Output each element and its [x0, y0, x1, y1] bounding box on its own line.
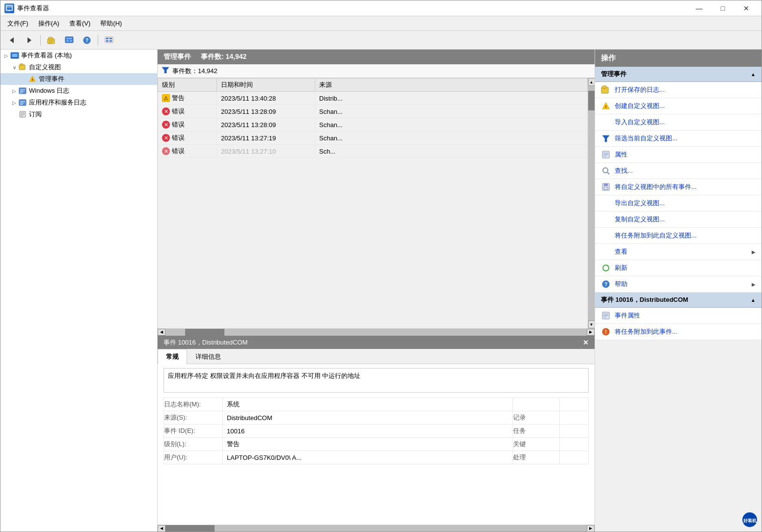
menu-bar: 文件(F) 操作(A) 查看(V) 帮助(H) — [0, 16, 762, 31]
action-event-properties[interactable]: 事件属性 — [595, 308, 762, 324]
scroll-down-btn[interactable]: ▼ — [588, 320, 595, 328]
view-button[interactable] — [101, 33, 117, 48]
source-cell: Sch... — [315, 145, 588, 158]
hscroll-right-btn[interactable]: ▶ — [587, 329, 595, 336]
action-export-view[interactable]: 导出自定义视图... — [595, 195, 762, 212]
detail-hscroll-left[interactable]: ◀ — [158, 525, 165, 532]
forward-button[interactable] — [21, 33, 38, 48]
properties-icon — [601, 150, 611, 160]
table-row[interactable]: ✕ 错误 2023/5/11 13:27:19 Schan... — [158, 132, 588, 145]
tree-windows-log[interactable]: ▷ Windows 日志 — [0, 85, 157, 97]
action-save-all[interactable]: 将自定义视图中的所有事件... — [595, 179, 762, 195]
scroll-up-btn[interactable]: ▲ — [588, 78, 595, 86]
svg-rect-15 — [105, 37, 113, 43]
help-submenu-arrow: ▶ — [752, 282, 756, 287]
scroll-thumb[interactable] — [588, 91, 595, 110]
back-button[interactable] — [3, 33, 20, 48]
table-row[interactable]: ⚠ 警告 2023/5/11 13:40:28 Distrib... — [158, 92, 588, 105]
col-datetime[interactable]: 日期和时间 — [217, 79, 315, 92]
svg-rect-12 — [70, 40, 72, 42]
action-filter-view[interactable]: 筛选当前自定义视图... — [595, 131, 762, 147]
error-icon: ✕ — [162, 147, 170, 155]
field-value-logname: 系统 — [223, 398, 513, 411]
svg-rect-41 — [602, 86, 606, 88]
tab-details[interactable]: 详细信息 — [187, 349, 229, 364]
windows-log-expand[interactable]: ▷ — [10, 87, 18, 95]
action-attach-event-task[interactable]: ! 将任务附加到此事件... — [595, 324, 762, 340]
table-row[interactable]: ✕ 错误 2023/5/11 13:27:10 Sch... — [158, 145, 588, 158]
tree-manage-events[interactable]: ! 管理事件 — [0, 73, 157, 85]
root-label: 事件查看器 (本地) — [21, 51, 72, 60]
action-properties-label: 属性 — [615, 150, 627, 159]
col-source[interactable]: 来源 — [315, 79, 588, 92]
detail-close-button[interactable]: ✕ — [583, 339, 589, 346]
filter-bar: 事件数：14,942 — [158, 64, 595, 78]
tree-subscriptions[interactable]: 订阅 — [0, 108, 157, 120]
actions-section-event[interactable]: 事件 10016，DistributedCOM ▲ — [595, 293, 762, 308]
detail-hscroll-right[interactable]: ▶ — [587, 525, 595, 532]
hscroll-track[interactable] — [165, 329, 587, 336]
detail-hscroll-thumb[interactable] — [165, 525, 215, 532]
help-button[interactable]: ? — [79, 33, 95, 48]
tree-custom-views[interactable]: ∨ 自定义视图 — [0, 61, 157, 73]
view-submenu-arrow: ▶ — [752, 249, 756, 255]
action-view[interactable]: 查看 ▶ — [595, 244, 762, 260]
actions-section-manage-label: 管理事件 — [601, 70, 626, 79]
custom-views-expand[interactable]: ∨ — [10, 63, 18, 71]
menu-view[interactable]: 查看(V) — [64, 17, 95, 30]
table-row[interactable]: ✕ 错误 2023/5/11 13:28:09 Schan... — [158, 118, 588, 132]
field-value-task — [559, 425, 588, 438]
svg-text:!: ! — [32, 78, 33, 82]
svg-text:?: ? — [604, 282, 607, 287]
action-import-view[interactable]: 导入自定义视图... — [595, 114, 762, 131]
level-cell: ✕ 错误 — [158, 145, 217, 158]
detail-row: 日志名称(M): 系统 — [164, 398, 589, 411]
detail-hscroll-track[interactable] — [165, 525, 587, 532]
view-sub-icon — [601, 247, 611, 257]
field-value-eventid: 10016 — [223, 425, 513, 438]
field-label-empty — [513, 398, 559, 411]
manage-events-expand[interactable] — [20, 75, 28, 83]
events-hscrollbar[interactable]: ◀ ▶ — [158, 328, 595, 335]
tree-root[interactable]: ▷ 事件查看器 (本地) — [0, 50, 157, 61]
close-button[interactable]: ✕ — [735, 0, 758, 16]
hscroll-left-btn[interactable]: ◀ — [158, 329, 165, 336]
error-icon: ✕ — [162, 121, 170, 129]
windows-log-icon — [18, 86, 27, 95]
tree-app-services[interactable]: ▷ 应用程序和服务日志 — [0, 97, 157, 108]
app-services-expand[interactable]: ▷ — [10, 99, 18, 106]
subscriptions-expand[interactable] — [10, 110, 18, 118]
action-find[interactable]: 查找... — [595, 163, 762, 179]
root-expand-icon[interactable]: ▷ — [2, 52, 10, 59]
mmc-button[interactable] — [61, 33, 78, 48]
scroll-track[interactable] — [588, 86, 595, 320]
action-help[interactable]: ? 帮助 ▶ — [595, 276, 762, 293]
hscroll-thumb[interactable] — [185, 329, 224, 336]
level-cell: ⚠ 警告 — [158, 92, 217, 105]
menu-action[interactable]: 操作(A) — [33, 17, 64, 30]
detail-hscrollbar[interactable]: ◀ ▶ — [158, 525, 595, 532]
events-scrollbar[interactable]: ▲ ▼ — [588, 78, 595, 328]
action-attach-task[interactable]: 将任务附加到此自定义视图... — [595, 228, 762, 244]
action-create-view[interactable]: ! 创建自定义视图... — [595, 98, 762, 114]
action-refresh[interactable]: 刷新 — [595, 260, 762, 276]
error-icon: ✕ — [162, 107, 170, 115]
col-level[interactable]: 级别 — [158, 79, 217, 92]
action-open-log[interactable]: 打开保存的日志... — [595, 82, 762, 98]
detail-panel: 事件 10016，DistributedCOM ✕ 常规 详细信息 应用程序-特… — [158, 335, 595, 532]
svg-marker-3 — [10, 37, 14, 43]
action-copy-view[interactable]: 复制自定义视图... — [595, 212, 762, 228]
source-cell: Schan... — [315, 118, 588, 132]
open-log-button[interactable] — [43, 33, 60, 48]
menu-help[interactable]: 帮助(H) — [95, 17, 127, 30]
actions-section-manage[interactable]: 管理事件 ▲ — [595, 67, 762, 82]
action-properties[interactable]: 属性 — [595, 147, 762, 163]
maximize-button[interactable]: □ — [711, 0, 734, 16]
events-header: 管理事件 事件数: 14,942 — [158, 50, 595, 64]
events-table-container[interactable]: 级别 日期和时间 来源 ⚠ — [158, 78, 588, 328]
table-row[interactable]: ✕ 错误 2023/5/11 13:28:09 Schan... — [158, 105, 588, 118]
minimize-button[interactable]: — — [688, 0, 710, 16]
menu-file[interactable]: 文件(F) — [2, 17, 33, 30]
tab-general[interactable]: 常规 — [158, 349, 187, 364]
export-view-icon — [601, 198, 611, 208]
